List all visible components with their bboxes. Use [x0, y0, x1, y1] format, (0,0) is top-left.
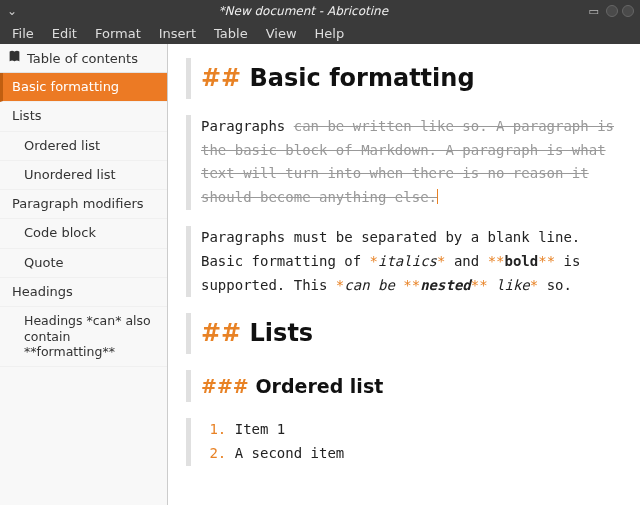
nested-b: like — [488, 277, 530, 293]
menu-format[interactable]: Format — [87, 24, 149, 43]
heading-lists[interactable]: ## Lists — [186, 313, 622, 354]
paragraph-formatting-demo[interactable]: Paragraphs must be separated by a blank … — [186, 226, 622, 297]
bold-word: bold — [504, 253, 538, 269]
maximize-button[interactable] — [622, 5, 634, 17]
menu-help[interactable]: Help — [307, 24, 353, 43]
dstar-open: ** — [488, 253, 505, 269]
toc-item-unordered-list[interactable]: Unordered list — [0, 161, 167, 190]
toc-item-code-block[interactable]: Code block — [0, 219, 167, 248]
menu-table[interactable]: Table — [206, 24, 256, 43]
toc-item-basic-formatting[interactable]: Basic formatting — [0, 73, 167, 102]
window-controls: ▭ — [589, 5, 634, 18]
menu-insert[interactable]: Insert — [151, 24, 204, 43]
toc-item-lists[interactable]: Lists — [0, 102, 167, 131]
ordered-list[interactable]: 1. Item 1 2. A second item — [186, 418, 622, 466]
window-title: *New document - Abricotine — [18, 4, 589, 18]
restore-icon[interactable]: ▭ — [589, 5, 602, 18]
chevron-down-icon[interactable]: ⌄ — [6, 4, 18, 18]
menu-file[interactable]: File — [4, 24, 42, 43]
heading-marker: ## — [201, 319, 250, 347]
ol-number: 2. — [209, 445, 226, 461]
ol-text: A second item — [226, 445, 344, 461]
nested-star-close: * — [530, 277, 538, 293]
toc-item-headings[interactable]: Headings — [0, 278, 167, 307]
heading-marker: ### — [201, 375, 255, 397]
list-item[interactable]: 1. Item 1 — [201, 418, 622, 442]
window-titlebar: ⌄ *New document - Abricotine ▭ — [0, 0, 640, 22]
sidebar: Table of contents Basic formatting Lists… — [0, 44, 168, 505]
book-icon — [8, 50, 21, 66]
nested-a: can be — [344, 277, 403, 293]
list-item[interactable]: 2. A second item — [201, 442, 622, 466]
nested-dstar-close: ** — [471, 277, 488, 293]
paragraph-prefix: Paragraphs — [201, 118, 294, 134]
p2-part-d: so. — [538, 277, 572, 293]
menu-edit[interactable]: Edit — [44, 24, 85, 43]
heading-basic-formatting[interactable]: ## Basic formatting — [186, 58, 622, 99]
p2-part-b: and — [445, 253, 487, 269]
paragraph-struck[interactable]: Paragraphs can be written like so. A par… — [186, 115, 622, 210]
toc-item-ordered-list[interactable]: Ordered list — [0, 132, 167, 161]
toc-item-quote[interactable]: Quote — [0, 249, 167, 278]
text-cursor — [437, 189, 438, 204]
heading-text: Ordered list — [255, 375, 383, 397]
heading-text: Lists — [250, 319, 314, 347]
heading-text: Basic formatting — [250, 64, 475, 92]
heading-marker: ## — [201, 64, 250, 92]
menu-view[interactable]: View — [258, 24, 305, 43]
toc-item-paragraph-modifiers[interactable]: Paragraph modifiers — [0, 190, 167, 219]
italics-word: italics — [378, 253, 437, 269]
ol-number: 1. — [209, 421, 226, 437]
heading-ordered-list[interactable]: ### Ordered list — [186, 370, 622, 402]
star-open: * — [370, 253, 378, 269]
content-area: Table of contents Basic formatting Lists… — [0, 44, 640, 505]
ol-text: Item 1 — [226, 421, 285, 437]
nested-dstar-open: ** — [403, 277, 420, 293]
editor-pane[interactable]: ## Basic formatting Paragraphs can be wr… — [168, 44, 640, 505]
toc-list: Basic formatting Lists Ordered list Unor… — [0, 73, 167, 505]
toc-item-headings-formatting[interactable]: Headings *can* also contain **formatting… — [0, 307, 167, 367]
dstar-close: ** — [538, 253, 555, 269]
nested-bold: nested — [420, 277, 471, 293]
sidebar-header: Table of contents — [0, 44, 167, 73]
sidebar-title: Table of contents — [27, 51, 138, 66]
menu-bar: File Edit Format Insert Table View Help — [0, 22, 640, 44]
minimize-button[interactable] — [606, 5, 618, 17]
